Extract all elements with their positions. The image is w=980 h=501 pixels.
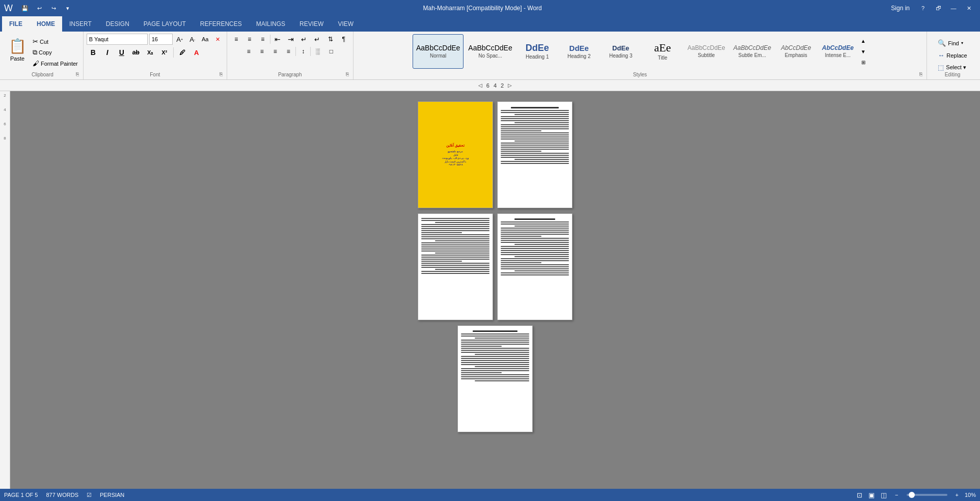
font-expand-btn[interactable]: ⎘ [217,70,225,77]
ruler-right-marker[interactable]: ▷ [508,82,512,88]
styles-expand-btn[interactable]: ⎘ [917,70,924,77]
font-size-input[interactable] [149,34,173,45]
style-subtitle-preview: AaBbCcDdEe [688,45,725,51]
borders-btn[interactable]: □ [325,46,337,57]
decrease-font-btn[interactable]: A- [187,34,198,45]
tab-mailings[interactable]: MAILINGS [249,16,292,32]
zoom-minus-btn[interactable]: − [895,492,898,498]
tab-insert[interactable]: INSERT [62,16,99,32]
style-emphasis[interactable]: AbCcDdEe Emphasis [776,34,816,69]
zoom-plus-btn[interactable]: + [956,492,959,498]
cut-button[interactable]: ✂ Cut [31,37,80,46]
zoom-slider[interactable] [907,494,947,496]
numbering-btn[interactable]: ≡ [243,34,256,45]
tab-view[interactable]: VIEW [331,16,361,32]
clear-format-btn[interactable]: ✕ [212,34,224,45]
customize-quick-btn[interactable]: ▾ [62,3,74,14]
clipboard-group: 📋 Paste ✂ Cut ⧉ Copy 🖌 Format Painter Cl… [2,32,84,79]
page-1[interactable]: تحقیق آنلاین مرجع دانشجوو فایل ورد، پی د… [418,101,493,208]
style-heading2[interactable]: DdEe Heading 2 [559,34,600,69]
cut-label: Cut [40,39,48,45]
rtl-btn[interactable]: ↵ [298,34,310,45]
pages-container: تحقیق آنلاین مرجع دانشجوو فایل ورد، پی د… [418,101,573,432]
center-btn[interactable]: ≡ [256,46,268,57]
text-highlight-btn[interactable]: 🖊 [176,46,189,59]
style-normal[interactable]: AaBbCcDdEe Normal [413,34,464,69]
styles-more-btn[interactable]: ⊞ [859,57,867,67]
tab-home[interactable]: HOME [30,16,62,32]
restore-btn[interactable]: 🗗 [931,3,945,14]
clipboard-expand-btn[interactable]: ⎘ [74,70,81,77]
copy-icon: ⧉ [33,48,37,57]
minimize-btn[interactable]: — [946,3,961,14]
change-case-btn[interactable]: Aa [200,34,211,45]
paste-button[interactable]: 📋 Paste [5,34,30,65]
view-print-btn[interactable]: ▣ [866,490,877,499]
undo-quick-btn[interactable]: ↩ [33,3,45,14]
select-icon: ⬚ [938,64,944,71]
doc-scroll[interactable]: تحقیق آنلاین مرجع دانشجوو فایل ورد، پی د… [10,91,980,489]
subscript-btn[interactable]: X₂ [144,46,157,59]
page-info[interactable]: PAGE 1 OF 5 [4,492,38,498]
show-marks-btn[interactable]: ¶ [338,34,350,45]
decrease-indent-btn[interactable]: ⇤ [271,34,284,45]
ruler-num-2: 2 [4,92,6,106]
increase-indent-btn[interactable]: ⇥ [285,34,297,45]
style-title[interactable]: aEe Title [642,34,683,69]
clipboard-right: ✂ Cut ⧉ Copy 🖌 Format Painter [31,34,80,68]
italic-btn[interactable]: I [101,46,114,59]
zoom-level[interactable]: 10% [965,492,976,498]
ruler-left-marker[interactable]: ◁ [478,82,482,88]
font-name-input[interactable] [87,34,148,45]
save-quick-btn[interactable]: 💾 [19,3,31,14]
multilevel-btn[interactable]: ≡ [257,34,269,45]
replace-button[interactable]: ↔ Replace [935,50,970,61]
page-3[interactable] [418,213,493,320]
styles-scroll-down-btn[interactable]: ▼ [859,46,867,57]
strikethrough-btn[interactable]: ab [129,46,143,59]
signin-btn[interactable]: Sign in [891,5,910,12]
ruler-num-8: 8 [4,135,6,149]
style-no-spacing[interactable]: AaBbCcDdEe No Spac... [465,34,515,69]
ruler-num-6: 6 [4,121,6,135]
style-subtitle[interactable]: AaBbCcDdEe Subtitle [684,34,729,69]
word-count[interactable]: 877 WORDS [46,492,78,498]
align-left-btn[interactable]: ≡ [242,46,255,57]
styles-scroll-up-btn[interactable]: ▲ [859,36,867,46]
font-color-btn[interactable]: A [190,46,203,59]
bullets-btn[interactable]: ≡ [230,34,242,45]
increase-font-btn[interactable]: A+ [174,34,185,45]
redo-quick-btn[interactable]: ↪ [47,3,60,14]
style-intense-emphasis[interactable]: AbCcDdEe Intense E... [818,34,858,69]
language[interactable]: PERSIAN [100,492,124,498]
page-5[interactable] [457,325,533,432]
justify-btn[interactable]: ≡ [282,46,294,57]
style-subtle-emphasis[interactable]: AaBbCcDdEe Subtle Em... [730,34,775,69]
view-web-btn[interactable]: ◫ [879,490,889,499]
zoom-thumb[interactable] [909,492,915,498]
paragraph-expand-btn[interactable]: ⎘ [344,70,351,77]
tab-page-layout[interactable]: PAGE LAYOUT [137,16,193,32]
line-spacing-btn[interactable]: ↕ [297,46,309,57]
ltr-btn[interactable]: ↵ [311,34,323,45]
superscript-btn[interactable]: X² [158,46,171,59]
tab-design[interactable]: DESIGN [99,16,137,32]
underline-btn[interactable]: U [115,46,128,59]
find-button[interactable]: 🔍 Find ▾ [935,38,966,48]
align-right-btn[interactable]: ≡ [269,46,281,57]
bold-btn[interactable]: B [87,46,100,59]
close-btn[interactable]: ✕ [962,3,976,14]
tab-file[interactable]: FILE [2,16,30,32]
shading-btn[interactable]: ░ [312,46,324,57]
sort-btn[interactable]: ⇅ [324,34,337,45]
copy-button[interactable]: ⧉ Copy [31,47,80,58]
help-btn[interactable]: ? [916,3,930,14]
format-painter-button[interactable]: 🖌 Format Painter [31,59,80,68]
page-2[interactable] [497,101,573,208]
tab-review[interactable]: REVIEW [292,16,331,32]
tab-references[interactable]: REFERENCES [193,16,249,32]
page-4[interactable] [497,213,573,320]
style-heading3[interactable]: DdEe Heading 3 [601,34,641,69]
view-normal-btn[interactable]: ⊡ [854,490,864,499]
style-heading1[interactable]: DdEe Heading 1 [517,34,558,69]
